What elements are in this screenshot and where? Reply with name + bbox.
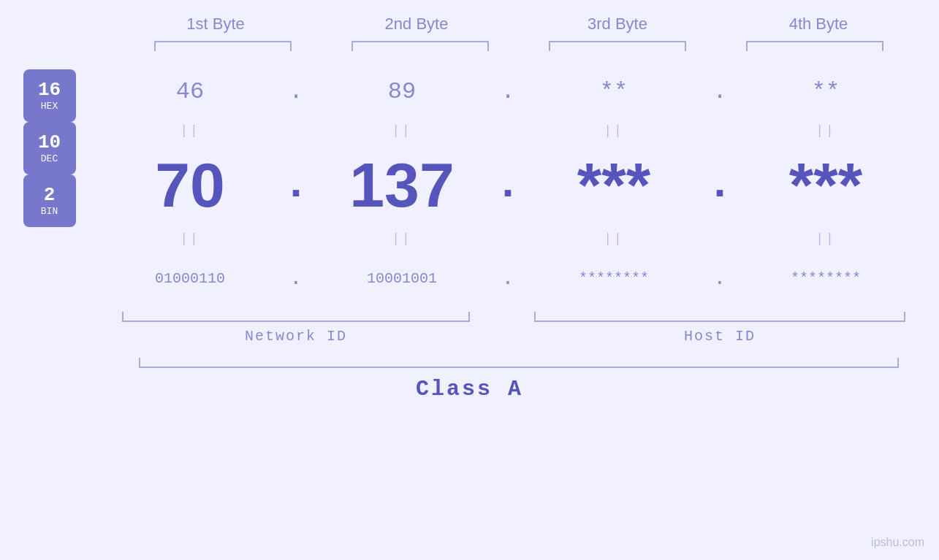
eq1-b2: || (392, 123, 412, 138)
network-id-bracket: Network ID (99, 312, 493, 345)
dec-dot1: . (281, 160, 311, 210)
top-bracket-3 (549, 41, 687, 51)
host-id-label: Host ID (684, 328, 756, 345)
watermark: ipshu.com (871, 536, 924, 549)
hex-byte4: ** (812, 78, 840, 105)
dec-dot2: . (493, 160, 522, 210)
header-col3: 3rd Byte (517, 15, 718, 34)
eq1-b4: || (816, 123, 836, 138)
host-id-bracket-line (534, 312, 905, 322)
badges-column: 16 HEX 10 DEC 2 BIN (0, 62, 99, 315)
bin-dot1: . (281, 267, 311, 290)
network-id-label: Network ID (245, 328, 347, 345)
hex-dot3: . (705, 78, 734, 105)
dec-row: 70 . 137 . *** . *** (99, 141, 939, 229)
bracket-labels-row: Network ID Host ID (99, 312, 939, 345)
eq2-b3: || (604, 231, 624, 246)
top-bracket-1 (154, 41, 292, 51)
bin-byte4: ******** (791, 270, 861, 287)
hex-row: 46 . 89 . ** . ** (99, 62, 939, 120)
dec-badge-label: DEC (41, 153, 58, 164)
header-col2: 2nd Byte (316, 15, 517, 34)
bin-byte2: 10001001 (367, 270, 437, 287)
full-bottom-bracket-line (139, 358, 899, 368)
dec-byte2: 137 (349, 149, 455, 221)
equals-row-1: || || || || (99, 120, 939, 141)
equals-row-2: || || || || (99, 229, 939, 249)
hex-dot2: . (493, 78, 522, 105)
main-container: 1st Byte 2nd Byte 3rd Byte 4th Byte 16 H… (0, 0, 939, 560)
bin-badge: 2 BIN (23, 174, 76, 227)
class-label: Class A (0, 377, 939, 402)
hex-badge: 16 HEX (23, 69, 76, 122)
bin-dot2: . (493, 267, 522, 290)
bin-byte1: 01000110 (155, 270, 225, 287)
bin-dot3: . (705, 267, 734, 290)
hex-byte1: 46 (176, 78, 204, 105)
hex-byte3: ** (600, 78, 628, 105)
byte-headers: 1st Byte 2nd Byte 3rd Byte 4th Byte (115, 15, 919, 34)
dec-badge: 10 DEC (23, 122, 76, 174)
hex-badge-num: 16 (38, 80, 61, 101)
bin-badge-num: 2 (44, 185, 56, 206)
dec-byte4: *** (789, 149, 862, 221)
hex-dot1: . (281, 78, 311, 105)
top-bracket-2 (351, 41, 490, 51)
eq2-b4: || (816, 231, 836, 246)
hex-badge-label: HEX (41, 101, 58, 112)
bin-badge-label: BIN (41, 206, 58, 217)
network-id-bracket-line (122, 312, 469, 322)
hex-byte2: 89 (388, 78, 416, 105)
dec-byte1: 70 (155, 149, 225, 221)
eq1-b3: || (604, 123, 624, 138)
bin-byte3: ******** (579, 270, 649, 287)
header-col4: 4th Byte (718, 15, 919, 34)
eq2-b2: || (392, 231, 412, 246)
bin-row: 01000110 . 10001001 . ******** . *******… (99, 249, 939, 307)
full-bottom-bracket-container (139, 358, 899, 368)
eq2-b1: || (180, 231, 200, 246)
dec-badge-num: 10 (38, 132, 61, 153)
header-col1: 1st Byte (115, 15, 316, 34)
host-id-bracket: Host ID (522, 312, 917, 345)
eq1-b1: || (180, 123, 200, 138)
dec-byte3: *** (577, 149, 650, 221)
dec-dot3: . (705, 160, 734, 210)
top-bracket-4 (746, 41, 884, 51)
values-area: 46 . 89 . ** . ** || (99, 62, 939, 345)
